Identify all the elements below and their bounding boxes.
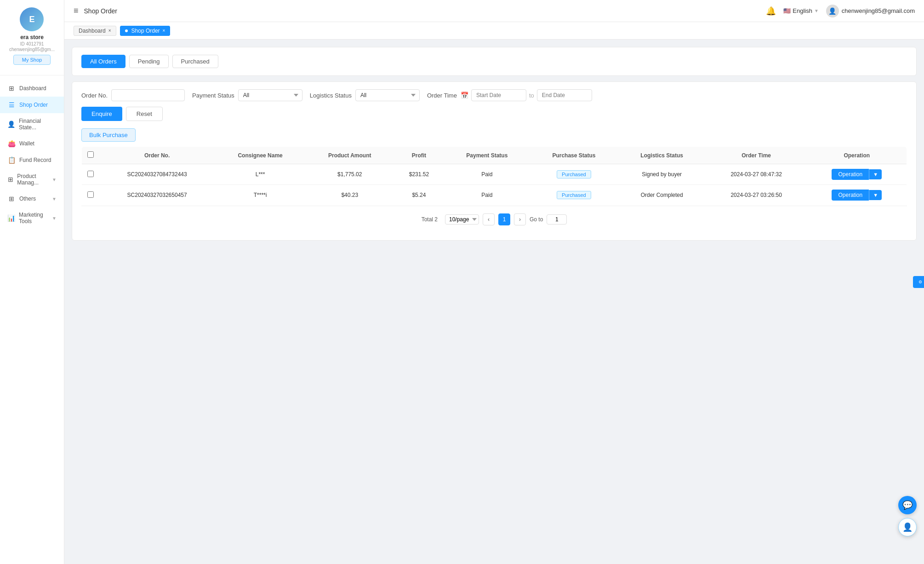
chevron-down-icon-others: ▼ (52, 196, 57, 201)
chart-icon: 📊 (7, 214, 15, 222)
order-no-label: Order No. (81, 92, 108, 99)
side-feedback-button[interactable]: ⚙ (913, 276, 924, 288)
sidebar-item-label: Shop Order (19, 102, 48, 108)
row-consignee-0: L*** (215, 164, 306, 185)
store-email: chenwenjing85@gm... (9, 47, 55, 52)
operation-button-1[interactable]: Operation (832, 190, 869, 201)
row-operation-0: Operation ▼ (807, 164, 907, 185)
operation-arrow-button-1[interactable]: ▼ (869, 190, 882, 200)
row-checkbox-1[interactable] (87, 191, 94, 198)
menu-icon[interactable]: ≡ (74, 6, 79, 16)
avatar: E (20, 7, 44, 31)
breadcrumb-shop-order-close[interactable]: × (163, 28, 165, 33)
operation-btn-group-0: Operation ▼ (813, 169, 901, 180)
goto-input[interactable] (547, 214, 567, 224)
sidebar-item-dashboard[interactable]: ⊞ Dashboard (0, 80, 64, 97)
breadcrumb-dashboard[interactable]: Dashboard × (74, 26, 116, 36)
float-buttons: 💬 👤 (898, 496, 917, 536)
row-logistics-status-1: Order Completed (618, 185, 706, 206)
filter-row-1: Order No. Payment Status All Paid Unpaid… (81, 89, 907, 101)
tab-purchased[interactable]: Purchased (172, 55, 218, 68)
order-no-input[interactable] (111, 89, 185, 101)
table-row: SC20240327032650457 T****i $40.23 $5.24 … (82, 185, 907, 206)
order-tabs: All Orders Pending Purchased (72, 47, 917, 76)
topbar-right: 🔔 🇺🇸 English ▼ 👤 chenwenjing85@gmail.com (766, 5, 915, 17)
sidebar-divider (0, 75, 64, 75)
page-1-button[interactable]: 1 (498, 213, 510, 225)
row-profit-0: $231.52 (394, 164, 445, 185)
operation-arrow-button-0[interactable]: ▼ (869, 169, 882, 179)
sidebar-item-label: Marketing Tools (19, 212, 48, 224)
sidebar-item-label: Financial State... (19, 118, 57, 131)
breadcrumb-shop-order[interactable]: Shop Order × (120, 26, 171, 36)
sidebar-item-fund-record[interactable]: 📋 Fund Record (0, 152, 64, 168)
flag-icon: 🇺🇸 (783, 7, 791, 14)
chevron-down-icon-lang: ▼ (814, 8, 819, 13)
lang-label: English (793, 7, 812, 14)
select-all-checkbox[interactable] (87, 151, 94, 158)
sidebar-item-label: Others (19, 196, 36, 202)
user-float-button[interactable]: 👤 (898, 518, 917, 536)
row-profit-1: $5.24 (394, 185, 445, 206)
orders-table: Order No. Consignee Name Product Amount … (81, 146, 907, 206)
chevron-down-icon-marketing: ▼ (52, 216, 57, 221)
operation-button-0[interactable]: Operation (832, 169, 869, 180)
enquire-button[interactable]: Enquire (81, 107, 122, 121)
tab-all-orders[interactable]: All Orders (81, 55, 125, 68)
logistics-status-label: Logistics Status (310, 92, 352, 99)
sidebar-item-wallet[interactable]: 👛 Wallet (0, 135, 64, 152)
payment-status-select[interactable]: All Paid Unpaid Refunded (238, 89, 302, 101)
start-date-input[interactable] (471, 89, 526, 101)
date-separator: to (529, 92, 534, 99)
shop-order-dot (125, 29, 128, 32)
breadcrumb-dashboard-close[interactable]: × (108, 28, 111, 33)
bell-icon[interactable]: 🔔 (766, 6, 776, 16)
end-date-input[interactable] (537, 89, 592, 101)
products-icon: ⊞ (7, 176, 13, 183)
page-size-select[interactable]: 10/page 20/page 50/page (445, 214, 479, 224)
page-next-button[interactable]: › (514, 213, 526, 225)
row-order-time-0: 2024-03-27 08:47:32 (706, 164, 807, 185)
my-shop-button[interactable]: My Shop (13, 55, 51, 65)
operation-btn-group-1: Operation ▼ (813, 190, 901, 201)
reset-button[interactable]: Reset (126, 107, 163, 121)
sidebar-item-financial-state[interactable]: 👤 Financial State... (0, 113, 64, 135)
others-icon: ⊞ (7, 195, 16, 202)
breadcrumb-shop-order-label: Shop Order (131, 28, 160, 34)
user-avatar: 👤 (826, 5, 839, 17)
order-time-label: Order Time (427, 92, 457, 99)
col-logistics-status: Logistics Status (618, 147, 706, 164)
chevron-down-icon: ▼ (52, 177, 57, 182)
bulk-purchase-button[interactable]: Bulk Purchase (81, 128, 136, 142)
sidebar-item-label: Product Manag... (17, 173, 48, 186)
row-checkbox-0[interactable] (87, 171, 94, 177)
calendar-icon: 📅 (461, 92, 468, 99)
col-profit: Profit (394, 147, 445, 164)
content-area: All Orders Pending Purchased Order No. P… (64, 40, 924, 564)
page-prev-button[interactable]: ‹ (483, 213, 495, 225)
row-purchase-status-0: Purchased (530, 164, 618, 185)
chat-float-button[interactable]: 💬 (898, 496, 917, 514)
person-icon: 👤 (7, 121, 15, 128)
row-order-time-1: 2024-03-27 03:26:50 (706, 185, 807, 206)
sidebar-item-others[interactable]: ⊞ Others ▼ (0, 190, 64, 207)
list-icon: ☰ (7, 101, 16, 109)
row-order-no-1: SC20240327032650457 (99, 185, 215, 206)
table-header-checkbox (82, 147, 100, 164)
col-purchase-status: Purchase Status (530, 147, 618, 164)
filter-logistics-status: Logistics Status All Signed by buyer Ord… (310, 89, 420, 101)
language-selector[interactable]: 🇺🇸 English ▼ (783, 7, 819, 14)
user-menu[interactable]: 👤 chenwenjing85@gmail.com (826, 5, 915, 17)
main-area: ≡ Shop Order 🔔 🇺🇸 English ▼ 👤 chenwenjin… (64, 0, 924, 564)
table-row: SC20240327084732443 L*** $1,775.02 $231.… (82, 164, 907, 185)
filter-payment-status: Payment Status All Paid Unpaid Refunded (192, 89, 302, 101)
topbar-left: ≡ Shop Order (74, 6, 117, 16)
logistics-status-select[interactable]: All Signed by buyer Order Completed Ship… (355, 89, 420, 101)
sidebar-item-product-manage[interactable]: ⊞ Product Manag... ▼ (0, 168, 64, 190)
wallet-icon: 👛 (7, 140, 16, 147)
clipboard-icon: 📋 (7, 156, 16, 164)
tab-pending[interactable]: Pending (129, 55, 169, 68)
sidebar-item-shop-order[interactable]: ☰ Shop Order Shop Order (0, 97, 64, 113)
filter-date-group: 📅 to (461, 89, 592, 101)
sidebar-item-marketing-tools[interactable]: 📊 Marketing Tools ▼ (0, 207, 64, 229)
